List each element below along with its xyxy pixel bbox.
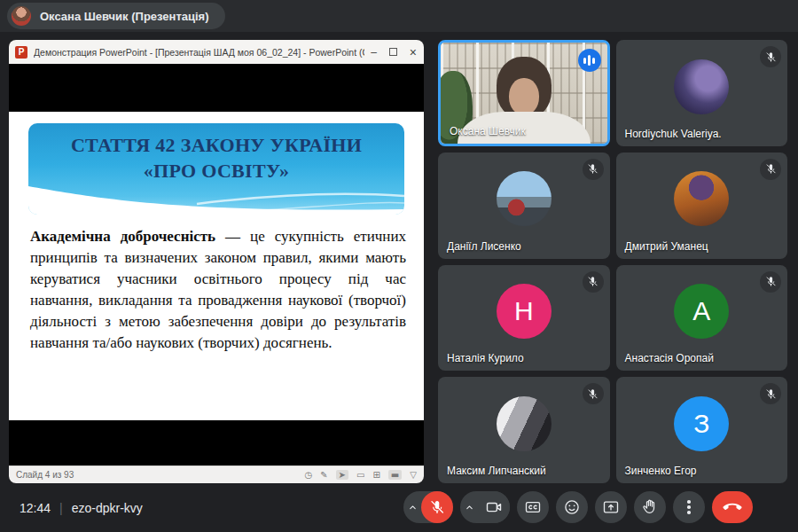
camera-icon [485,498,503,516]
slide-title-banner: СТАТТЯ 42 ЗАКОНУ УКРАЇНИ «ПРО ОСВІТУ» [28,123,404,215]
speaker-name: Оксана Шевчик (Презентація) [40,10,209,23]
emoji-icon [563,498,581,516]
reactions-button[interactable] [556,491,588,523]
top-bar: Оксана Шевчик (Презентація) [0,0,798,32]
letterbox-bottom [9,420,424,466]
participant-tile-oksana[interactable]: Оксана Шевчик [438,40,610,146]
meet-window: Оксана Шевчик (Презентація) P Демонстрац… [0,0,798,532]
pen-icon: ✎ [320,470,327,480]
avatar-initial: Н [497,284,552,339]
avatar [497,171,552,226]
grid-view-icon: ⊞ [372,470,379,480]
captions-icon [524,498,542,516]
presenting-speaker-pill[interactable]: Оксана Шевчик (Презентація) [7,3,225,29]
mic-muted-icon [583,383,604,404]
present-icon [602,498,620,516]
present-button[interactable] [595,491,627,523]
participant-name: Зинченко Егор [625,465,697,477]
more-options-button[interactable] [673,491,705,523]
participant-name: Даніїл Лисенко [447,240,521,253]
window-controls: – × [371,47,417,58]
audio-level-icon [578,49,601,72]
participant-name: Анастасія Оропай [625,352,714,364]
participant-name: Hordiychuk Valeriya. [625,128,722,140]
funnel-icon: ▽ [410,470,417,480]
camera-button[interactable] [478,491,510,523]
minimize-icon: – [371,48,377,57]
mic-muted-icon [760,159,781,180]
powerpoint-icon: P [15,46,27,59]
mic-muted-icon [760,271,781,293]
participant-name: Максим Липчанский [447,465,546,477]
raise-hand-button[interactable] [634,491,666,523]
fullscreen-icon: ▬ [388,470,402,480]
avatar [497,396,552,451]
camera-options-button[interactable] [460,491,478,523]
slide-heading-line2: «ПРО ОСВІТУ» [28,159,404,184]
end-call-icon [723,497,742,517]
participant-tile-hordiychuk[interactable]: Hordiychuk Valeriya. [616,40,788,146]
slide-counter: Слайд 4 из 93 [16,470,304,480]
clock-time: 12:44 [20,501,51,515]
slide: СТАТТЯ 42 ЗАКОНУ УКРАЇНИ «ПРО ОСВІТУ» Ак… [9,112,424,420]
meeting-info: 12:44 | ezo-dpkr-kvy [20,501,143,515]
mic-mute-button[interactable] [421,491,453,523]
more-vertical-icon [687,500,691,514]
camera-control-group [460,491,510,523]
maximize-icon [389,48,397,56]
participant-tile-zynchenko[interactable]: З Зинченко Егор [616,377,788,483]
chevron-up-icon [464,502,475,513]
avatar-initial: А [674,284,729,339]
participant-tile-lypchanskyi[interactable]: Максим Липчанский [438,377,610,483]
participant-tile-oropai[interactable]: А Анастасія Оропай [616,265,788,372]
screen-share-tile[interactable]: P Демонстрация PowerPoint - [Презентація… [9,40,424,483]
participant-tile-lysenko[interactable]: Даніїл Лисенко [438,153,610,259]
mic-muted-icon [760,46,781,67]
close-icon: × [410,47,417,58]
pointer-icon: ➤ [336,470,348,480]
mic-muted-icon [760,383,781,404]
meeting-code: ezo-dpkr-kvy [72,501,143,515]
ppt-titlebar: P Демонстрация PowerPoint - [Презентація… [9,40,424,64]
slide-body-rest: — це сукупність етичних принципів та виз… [30,228,406,351]
chevron-up-icon [407,502,419,513]
hand-icon [641,498,659,516]
letterbox-top [9,64,424,112]
divider: | [59,501,63,515]
ppt-window-title: Демонстрация PowerPoint - [Презентація Ш… [34,47,364,58]
mic-control-group [403,491,453,523]
participant-name: Наталія Курило [447,352,524,364]
captions-button[interactable] [517,491,549,523]
participant-name: Оксана Шевчик [450,125,526,137]
mic-options-button[interactable] [403,491,421,523]
participant-name: Дмитрий Уманец [625,240,708,253]
person [497,57,552,119]
slideshow-toolbar: ◷ ✎ ➤ ▭ ⊞ ▬ ▽ [304,470,417,480]
participant-grid: Оксана Шевчик Hordiychuk Valeriya. Данії… [438,40,787,483]
slide-heading-line1: СТАТТЯ 42 ЗАКОНУ УКРАЇНИ [28,133,404,159]
bottom-bar: 12:44 | ezo-dpkr-kvy [0,483,798,532]
slide-icon: ▭ [356,470,364,480]
ppt-statusbar: Слайд 4 из 93 ◷ ✎ ➤ ▭ ⊞ ▬ ▽ [9,466,424,483]
participant-tile-kurylo[interactable]: Н Наталія Курило [438,265,610,372]
avatar-initial: З [674,396,729,451]
avatar [674,171,729,226]
mic-muted-icon [583,159,604,180]
slide-body-text: Академічна доброчесність — це сукупність… [30,226,406,354]
call-controls [403,491,753,523]
participant-tile-umanets[interactable]: Дмитрий Уманец [616,153,788,259]
avatar [674,59,729,114]
end-call-button[interactable] [712,491,753,523]
slide-body-lead: Академічна доброчесність [30,228,215,245]
mic-muted-icon [429,499,445,515]
playback-icon: ◷ [304,470,312,480]
speaker-avatar [12,6,31,26]
mic-muted-icon [583,271,604,293]
